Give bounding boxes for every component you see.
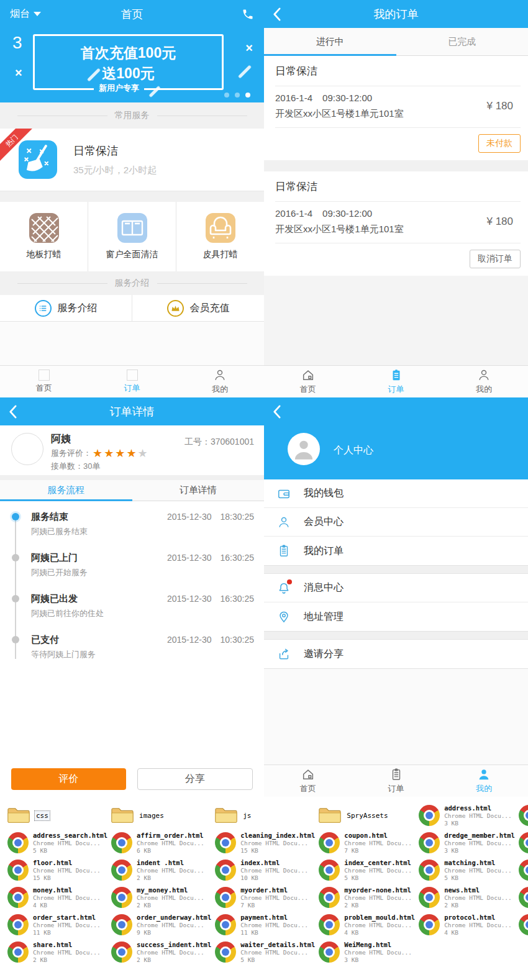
file-name: matching.html — [444, 859, 512, 867]
file-item[interactable]: problem_mould.html Chrome HTML Docu... 4… — [315, 911, 415, 938]
chrome-icon — [111, 860, 132, 881]
chrome-icon — [319, 941, 340, 963]
file-explorer-area: css images js SpryAssets address.h — [0, 797, 528, 980]
rating-stars: ★★★★★ — [93, 448, 149, 459]
file-name: payment.html — [240, 914, 308, 922]
back-button[interactable] — [273, 7, 281, 21]
unpaid-button[interactable]: 未付款 — [478, 134, 521, 153]
tab-mine[interactable]: 我的 — [440, 765, 528, 797]
menu-item[interactable]: 我的订单 — [264, 537, 528, 565]
tab-order-detail[interactable]: 订单详情 — [132, 480, 265, 501]
file-size: 5 KB — [444, 874, 512, 882]
file-item[interactable]: address.html Chrome HTML Docu... 3 KB — [415, 802, 515, 829]
file-item[interactable]: cleaning_index.html Chrome HTML Docu... … — [211, 829, 315, 856]
folder-item[interactable]: css — [4, 802, 107, 829]
section-common-services: 常用服务 — [0, 102, 264, 129]
file-item[interactable]: WeiMeng.html Chrome HTML Docu... 3 KB — [315, 938, 415, 966]
banner-badge: 3 — [12, 33, 22, 53]
file-item[interactable]: recharge.html Chrome HTML Docu... 8 KB — [515, 911, 528, 938]
tab-home[interactable]: 首页 — [264, 366, 352, 397]
file-item[interactable]: floor.html Chrome HTML Docu... 15 KB — [4, 856, 107, 884]
file-item[interactable]: money.html Chrome HTML Docu... 4 KB — [4, 884, 107, 911]
file-item[interactable]: indent .html Chrome HTML Docu... 2 KB — [107, 856, 211, 884]
order-card[interactable]: 日常保洁 2016-1-409:30-12:00 开发区xx小区1号楼1单元10… — [264, 171, 528, 276]
tab-mine[interactable]: 我的 — [176, 366, 264, 397]
close-icon[interactable]: × — [245, 42, 253, 54]
phone-button[interactable] — [242, 8, 254, 20]
service-leather-wax[interactable]: 皮具打蜡 — [176, 202, 264, 271]
file-item[interactable]: evaluate.html Chrome HTML Docu... 6 KB — [515, 829, 528, 856]
file-item[interactable]: address_search.html Chrome HTML Docu... … — [4, 829, 107, 856]
file-size: 4 KB — [344, 929, 415, 937]
back-button[interactable] — [9, 405, 17, 419]
home-tabbar: 首页 订单 我的 — [0, 365, 264, 397]
back-button[interactable] — [273, 405, 281, 419]
order-datetime: 2016-1-409:30-12:00 — [275, 93, 404, 103]
file-item[interactable]: order.html Chrome HTML Docu... 11 KB — [515, 884, 528, 911]
tab-home[interactable]: 首页 — [0, 366, 88, 397]
timeline-dot — [12, 636, 19, 643]
file-item[interactable]: dredge_member.html Chrome HTML Docu... 3… — [415, 829, 515, 856]
menu-item[interactable]: 地址管理 — [264, 602, 528, 631]
orders-icon — [389, 368, 403, 382]
service-intro-link[interactable]: 服务介绍 — [0, 295, 132, 321]
file-item[interactable]: matching.html Chrome HTML Docu... 5 KB — [415, 856, 515, 884]
menu-item[interactable]: 消息中心 — [264, 574, 528, 602]
file-item[interactable]: success_indent.html Chrome HTML Docu... … — [107, 938, 211, 966]
file-label: css — [34, 810, 50, 821]
service-floor-wax[interactable]: 地板打蜡 — [0, 202, 88, 271]
share-button[interactable]: 分享 — [137, 768, 253, 790]
file-item[interactable]: index.html Chrome HTML Docu... 10 KB — [211, 856, 315, 884]
file-item[interactable]: waiter_details.html Chrome HTML Docu... … — [211, 938, 315, 966]
folder-item[interactable]: SpryAssets — [315, 802, 415, 829]
tab-orders[interactable]: 订单 — [352, 366, 440, 397]
tab-in-progress[interactable]: 进行中 — [264, 28, 396, 55]
file-item[interactable]: payment.html Chrome HTML Docu... 11 KB — [211, 911, 315, 938]
tab-orders[interactable]: 订单 — [88, 366, 176, 397]
file-item[interactable]: myorder.html Chrome HTML Docu... 7 KB — [211, 884, 315, 911]
featured-service-card[interactable]: 热门 日常保洁 35元/小时，2小时起 — [0, 129, 264, 191]
profile-menu: 我的钱包 会员中心 我的订单 消息中心 — [264, 479, 528, 669]
chrome-icon — [215, 914, 236, 935]
file-name: order_start.html — [33, 914, 101, 922]
menu-item[interactable]: 邀请分享 — [264, 640, 528, 668]
file-item[interactable]: order_start.html Chrome HTML Docu... 11 … — [4, 911, 107, 938]
folder-item[interactable]: images — [107, 802, 211, 829]
tab-service-flow[interactable]: 服务流程 — [0, 480, 132, 501]
file-item[interactable]: member_center.html Chrome HTML Docu... 3… — [515, 856, 528, 884]
person-icon — [213, 368, 227, 382]
close-icon[interactable]: × — [15, 66, 22, 79]
member-recharge-link[interactable]: 会员充值 — [132, 295, 264, 321]
tab-mine[interactable]: 我的 — [440, 366, 528, 397]
menu-label: 我的订单 — [304, 545, 344, 558]
city-selector[interactable]: 烟台 — [10, 7, 41, 20]
file-item[interactable]: news.html Chrome HTML Docu... 2 KB — [415, 884, 515, 911]
file-item[interactable]: affirm_order.html Chrome HTML Docu... 6 … — [107, 829, 211, 856]
service-window-clean[interactable]: 窗户全面清洁 — [88, 202, 176, 271]
tab-home[interactable]: 首页 — [264, 765, 352, 797]
divider — [0, 191, 264, 202]
rate-button[interactable]: 评价 — [11, 768, 126, 790]
file-item[interactable]: myorder-none.html Chrome HTML Docu... 2 … — [315, 884, 415, 911]
chrome-icon — [215, 887, 236, 908]
file-item[interactable]: my_money.html Chrome HTML Docu... 2 KB — [107, 884, 211, 911]
file-item[interactable]: order_underway.html Chrome HTML Docu... … — [107, 911, 211, 938]
tab-completed[interactable]: 已完成 — [396, 28, 528, 55]
menu-label: 我的钱包 — [304, 487, 344, 500]
file-item[interactable]: address_add.html Chrome HTML Docu... 3 K… — [515, 802, 528, 829]
file-size: 9 KB — [137, 929, 211, 937]
avatar[interactable] — [288, 433, 320, 465]
tab-orders[interactable]: 订单 — [352, 765, 440, 797]
file-item[interactable]: index_center.html Chrome HTML Docu... 5 … — [315, 856, 415, 884]
file-label: SpryAssets — [345, 811, 389, 820]
promo-banner[interactable]: 3 首次充值100元 送100元 新用户专享 × × — [0, 28, 264, 102]
folder-item[interactable]: js — [211, 802, 315, 829]
file-item[interactable]: protocol.html Chrome HTML Docu... 4 KB — [415, 911, 515, 938]
menu-item[interactable]: 会员中心 — [264, 508, 528, 537]
cancel-order-button[interactable]: 取消订单 — [470, 250, 521, 268]
order-card[interactable]: 日常保洁 2016-1-409:30-12:00 开发区xx小区1号楼1单元10… — [264, 56, 528, 160]
worker-id: 工号：370601001 — [184, 437, 254, 448]
file-item[interactable]: coupon.html Chrome HTML Docu... 7 KB — [315, 829, 415, 856]
menu-item[interactable]: 我的钱包 — [264, 479, 528, 508]
file-item[interactable]: share.html Chrome HTML Docu... 2 KB — [4, 938, 107, 966]
